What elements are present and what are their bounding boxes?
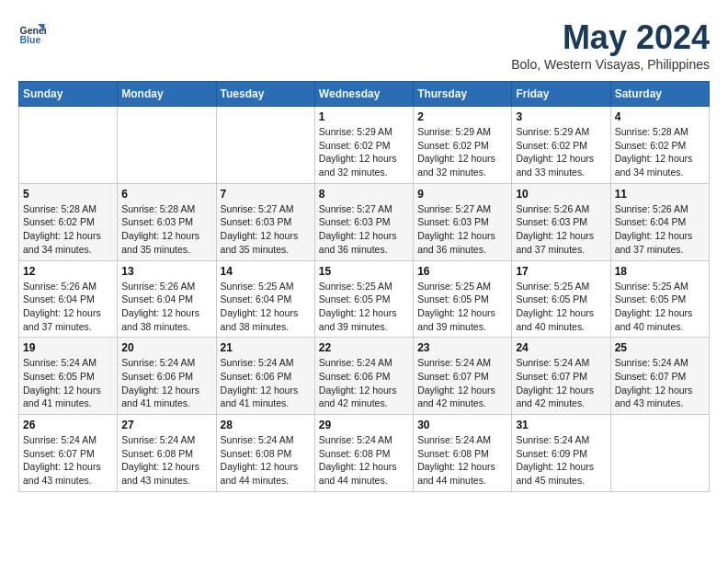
day-number: 22: [319, 341, 409, 354]
svg-text:Blue: Blue: [20, 34, 41, 45]
calendar-cell: 11Sunrise: 5:26 AMSunset: 6:04 PMDayligh…: [610, 183, 709, 260]
day-info: Sunrise: 5:28 AMSunset: 6:03 PMDaylight:…: [121, 202, 211, 257]
day-number: 6: [121, 188, 211, 201]
day-number: 31: [516, 419, 606, 431]
day-number: 7: [221, 188, 311, 201]
calendar-cell: 5Sunrise: 5:28 AMSunset: 6:02 PMDaylight…: [19, 183, 118, 260]
day-number: 10: [516, 188, 606, 201]
day-info: Sunrise: 5:27 AMSunset: 6:03 PMDaylight:…: [319, 202, 409, 257]
day-info: Sunrise: 5:24 AMSunset: 6:07 PMDaylight:…: [615, 356, 705, 410]
calendar-cell: 10Sunrise: 5:26 AMSunset: 6:03 PMDayligh…: [512, 183, 610, 260]
day-number: 27: [121, 419, 211, 431]
day-info: Sunrise: 5:26 AMSunset: 6:03 PMDaylight:…: [516, 202, 606, 257]
day-info: Sunrise: 5:28 AMSunset: 6:02 PMDaylight:…: [615, 125, 705, 179]
day-info: Sunrise: 5:26 AMSunset: 6:04 PMDaylight:…: [615, 202, 705, 257]
day-number: 11: [615, 188, 705, 201]
calendar-cell: 1Sunrise: 5:29 AMSunset: 6:02 PMDaylight…: [314, 107, 413, 184]
calendar-cell: 31Sunrise: 5:24 AMSunset: 6:09 PMDayligh…: [512, 415, 610, 492]
day-info: Sunrise: 5:29 AMSunset: 6:02 PMDaylight:…: [319, 125, 409, 179]
calendar-cell: 21Sunrise: 5:24 AMSunset: 6:06 PMDayligh…: [216, 338, 314, 415]
weekday-sunday: Sunday: [19, 82, 118, 107]
calendar-cell: 30Sunrise: 5:24 AMSunset: 6:08 PMDayligh…: [414, 415, 512, 492]
day-number: 24: [516, 341, 606, 354]
calendar-cell: 6Sunrise: 5:28 AMSunset: 6:03 PMDaylight…: [118, 183, 216, 260]
title-block: May 2024 Bolo, Western Visayas, Philippi…: [511, 18, 710, 72]
calendar-cell: 29Sunrise: 5:24 AMSunset: 6:08 PMDayligh…: [314, 415, 413, 492]
day-info: Sunrise: 5:24 AMSunset: 6:08 PMDaylight:…: [417, 433, 507, 488]
day-number: 17: [516, 265, 606, 278]
calendar-cell: [118, 107, 216, 184]
day-number: 26: [23, 419, 113, 431]
day-info: Sunrise: 5:25 AMSunset: 6:05 PMDaylight:…: [417, 280, 507, 334]
weekday-thursday: Thursday: [414, 82, 512, 107]
calendar-cell: 3Sunrise: 5:29 AMSunset: 6:02 PMDaylight…: [512, 107, 610, 184]
day-info: Sunrise: 5:24 AMSunset: 6:08 PMDaylight:…: [221, 433, 311, 488]
calendar-cell: [216, 107, 314, 184]
day-info: Sunrise: 5:28 AMSunset: 6:02 PMDaylight:…: [23, 202, 113, 257]
day-number: 25: [615, 341, 705, 354]
calendar-cell: 18Sunrise: 5:25 AMSunset: 6:05 PMDayligh…: [610, 260, 709, 338]
calendar-cell: 17Sunrise: 5:25 AMSunset: 6:05 PMDayligh…: [512, 260, 610, 338]
day-number: 15: [319, 265, 409, 278]
calendar-body: 1Sunrise: 5:29 AMSunset: 6:02 PMDaylight…: [19, 107, 710, 492]
calendar-cell: 16Sunrise: 5:25 AMSunset: 6:05 PMDayligh…: [414, 260, 512, 338]
day-number: 13: [121, 265, 211, 278]
day-info: Sunrise: 5:27 AMSunset: 6:03 PMDaylight:…: [221, 202, 311, 257]
day-number: 8: [319, 188, 409, 201]
day-number: 5: [23, 188, 113, 201]
calendar-cell: 4Sunrise: 5:28 AMSunset: 6:02 PMDaylight…: [610, 107, 709, 184]
day-number: 14: [221, 265, 311, 278]
day-info: Sunrise: 5:24 AMSunset: 6:07 PMDaylight:…: [417, 356, 507, 410]
day-info: Sunrise: 5:24 AMSunset: 6:09 PMDaylight:…: [516, 433, 606, 488]
day-number: 4: [615, 110, 705, 123]
day-info: Sunrise: 5:24 AMSunset: 6:07 PMDaylight:…: [516, 356, 606, 410]
calendar-cell: 26Sunrise: 5:24 AMSunset: 6:07 PMDayligh…: [19, 415, 118, 492]
weekday-friday: Friday: [512, 82, 610, 107]
day-info: Sunrise: 5:26 AMSunset: 6:04 PMDaylight:…: [121, 280, 211, 334]
day-info: Sunrise: 5:24 AMSunset: 6:07 PMDaylight:…: [23, 433, 113, 488]
calendar-week-2: 12Sunrise: 5:26 AMSunset: 6:04 PMDayligh…: [19, 260, 710, 338]
day-info: Sunrise: 5:26 AMSunset: 6:04 PMDaylight:…: [23, 280, 113, 334]
calendar-cell: 9Sunrise: 5:27 AMSunset: 6:03 PMDaylight…: [414, 183, 512, 260]
day-number: 30: [417, 419, 507, 431]
day-info: Sunrise: 5:29 AMSunset: 6:02 PMDaylight:…: [417, 125, 507, 179]
logo-icon: General Blue: [18, 18, 46, 46]
calendar-cell: 20Sunrise: 5:24 AMSunset: 6:06 PMDayligh…: [118, 338, 216, 415]
calendar-cell: 23Sunrise: 5:24 AMSunset: 6:07 PMDayligh…: [414, 338, 512, 415]
day-info: Sunrise: 5:24 AMSunset: 6:06 PMDaylight:…: [121, 356, 211, 410]
day-number: 1: [319, 110, 409, 123]
calendar-week-3: 19Sunrise: 5:24 AMSunset: 6:05 PMDayligh…: [19, 338, 710, 415]
day-info: Sunrise: 5:25 AMSunset: 6:05 PMDaylight:…: [319, 280, 409, 334]
day-number: 29: [319, 419, 409, 431]
calendar-week-4: 26Sunrise: 5:24 AMSunset: 6:07 PMDayligh…: [19, 415, 710, 492]
calendar-week-1: 5Sunrise: 5:28 AMSunset: 6:02 PMDaylight…: [19, 183, 710, 260]
day-number: 19: [23, 341, 113, 354]
day-info: Sunrise: 5:24 AMSunset: 6:05 PMDaylight:…: [23, 356, 113, 410]
month-title: May 2024: [511, 18, 710, 57]
logo: General Blue: [18, 18, 46, 46]
day-info: Sunrise: 5:25 AMSunset: 6:04 PMDaylight:…: [221, 280, 311, 334]
day-info: Sunrise: 5:25 AMSunset: 6:05 PMDaylight:…: [615, 280, 705, 334]
day-info: Sunrise: 5:24 AMSunset: 6:06 PMDaylight:…: [319, 356, 409, 410]
day-number: 16: [417, 265, 507, 278]
day-number: 3: [516, 110, 606, 123]
day-info: Sunrise: 5:27 AMSunset: 6:03 PMDaylight:…: [417, 202, 507, 257]
day-info: Sunrise: 5:24 AMSunset: 6:08 PMDaylight:…: [121, 433, 211, 488]
weekday-monday: Monday: [118, 82, 216, 107]
calendar-cell: 8Sunrise: 5:27 AMSunset: 6:03 PMDaylight…: [314, 183, 413, 260]
calendar-cell: 19Sunrise: 5:24 AMSunset: 6:05 PMDayligh…: [19, 338, 118, 415]
day-info: Sunrise: 5:25 AMSunset: 6:05 PMDaylight:…: [516, 280, 606, 334]
calendar-cell: 2Sunrise: 5:29 AMSunset: 6:02 PMDaylight…: [414, 107, 512, 184]
day-number: 2: [417, 110, 507, 123]
calendar-cell: 14Sunrise: 5:25 AMSunset: 6:04 PMDayligh…: [216, 260, 314, 338]
calendar-cell: 7Sunrise: 5:27 AMSunset: 6:03 PMDaylight…: [216, 183, 314, 260]
calendar-cell: 24Sunrise: 5:24 AMSunset: 6:07 PMDayligh…: [512, 338, 610, 415]
day-info: Sunrise: 5:24 AMSunset: 6:08 PMDaylight:…: [319, 433, 409, 488]
day-info: Sunrise: 5:24 AMSunset: 6:06 PMDaylight:…: [221, 356, 311, 410]
weekday-saturday: Saturday: [610, 82, 709, 107]
page-header: General Blue May 2024 Bolo, Western Visa…: [18, 18, 710, 72]
calendar-cell: 13Sunrise: 5:26 AMSunset: 6:04 PMDayligh…: [118, 260, 216, 338]
day-number: 20: [121, 341, 211, 354]
day-number: 28: [221, 419, 311, 431]
day-number: 9: [417, 188, 507, 201]
